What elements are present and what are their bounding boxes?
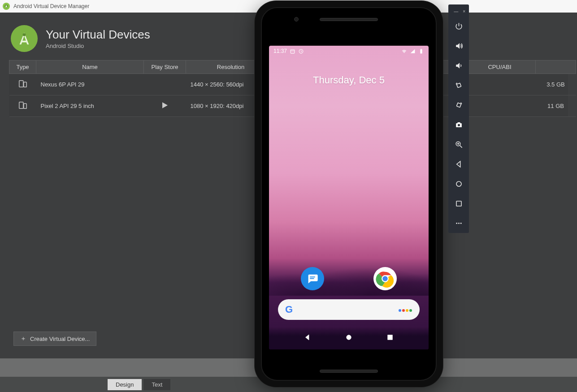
svg-rect-11 [421, 49, 421, 49]
device-name: Pixel 2 API 29 5 inch [36, 95, 144, 117]
svg-point-29 [458, 223, 460, 224]
power-button[interactable] [448, 16, 469, 36]
app-messages[interactable] [301, 267, 324, 290]
col-cpu[interactable]: CPU/ABI [464, 60, 536, 74]
rotate-left-button[interactable] [448, 75, 469, 95]
col-size[interactable] [536, 60, 576, 74]
svg-rect-6 [23, 103, 26, 108]
volume-up-button[interactable] [448, 36, 469, 56]
back-button[interactable] [448, 154, 469, 174]
calendar-notif-icon [290, 48, 295, 54]
svg-rect-4 [23, 82, 26, 87]
google-search-bar[interactable]: G [278, 299, 420, 320]
google-assistant-icon[interactable] [398, 306, 412, 314]
device-size: 3.5 GB [536, 74, 576, 95]
android-studio-mini-icon [3, 3, 10, 10]
app-dock [269, 267, 429, 290]
nav-back-button[interactable] [304, 333, 312, 343]
emulator-toolbar-titlebar: — × [448, 6, 469, 16]
sync-notif-icon [298, 48, 304, 54]
home-date-widget[interactable]: Thursday, Dec 5 [269, 74, 429, 86]
create-virtual-device-button[interactable]: ＋ Create Virtual Device... [13, 332, 96, 346]
device-name: Nexus 6P API 29 [36, 74, 144, 95]
close-button[interactable]: × [463, 9, 465, 14]
svg-rect-5 [19, 102, 23, 109]
svg-point-17 [347, 335, 351, 340]
overview-button[interactable] [448, 194, 469, 213]
window-title: Android Virtual Device Manager [13, 3, 89, 9]
nav-recents-button[interactable] [386, 333, 394, 343]
front-camera-icon [294, 17, 299, 22]
svg-rect-3 [19, 81, 23, 87]
col-play-store[interactable]: Play Store [144, 60, 186, 74]
tab-text[interactable]: Text [143, 379, 170, 390]
battery-icon [418, 48, 424, 54]
volume-down-button[interactable] [448, 56, 469, 75]
svg-rect-10 [420, 49, 422, 53]
play-store-cell [144, 74, 186, 95]
svg-point-2 [23, 33, 26, 36]
device-type-icon [9, 95, 36, 117]
svg-point-28 [456, 223, 457, 224]
col-name[interactable]: Name [36, 60, 144, 74]
svg-point-30 [460, 223, 461, 224]
col-type[interactable]: Type [9, 60, 36, 74]
home-button[interactable] [448, 174, 469, 194]
plus-icon: ＋ [20, 335, 26, 343]
play-store-icon [144, 95, 186, 117]
emulator-device-frame: 11:37 [255, 1, 443, 387]
rotate-right-button[interactable] [448, 95, 469, 115]
speaker-grille-icon [320, 370, 378, 373]
zoom-button[interactable] [448, 134, 469, 154]
status-bar[interactable]: 11:37 [269, 46, 429, 56]
app-chrome[interactable] [373, 267, 397, 290]
svg-rect-7 [291, 49, 295, 53]
svg-rect-27 [456, 201, 461, 206]
google-logo-icon: G [285, 304, 293, 315]
svg-rect-20 [456, 103, 461, 107]
create-button-label: Create Virtual Device... [30, 336, 90, 342]
page-title: Your Virtual Devices [46, 28, 150, 42]
svg-rect-19 [456, 83, 461, 87]
svg-line-23 [460, 145, 462, 147]
svg-point-21 [457, 124, 460, 126]
nav-home-button[interactable] [345, 333, 353, 343]
device-type-icon [9, 74, 36, 95]
emulator-toolbar: — × [448, 4, 469, 233]
device-screen[interactable]: 11:37 [269, 46, 429, 349]
android-studio-logo-icon [11, 25, 38, 52]
more-button[interactable] [448, 213, 469, 233]
svg-rect-12 [310, 276, 315, 277]
android-nav-bar [269, 327, 429, 349]
tab-design[interactable]: Design [108, 379, 142, 390]
status-time: 11:37 [273, 48, 287, 54]
screenshot-button[interactable] [448, 115, 469, 134]
svg-rect-18 [388, 335, 393, 340]
minimize-button[interactable]: — [454, 9, 458, 14]
speaker-grille-icon [320, 18, 378, 21]
svg-point-26 [456, 181, 461, 186]
svg-rect-13 [310, 278, 314, 279]
signal-icon [410, 48, 416, 54]
wifi-icon [401, 48, 407, 54]
device-size: 11 GB [536, 95, 576, 117]
page-subtitle: Android Studio [46, 43, 150, 49]
